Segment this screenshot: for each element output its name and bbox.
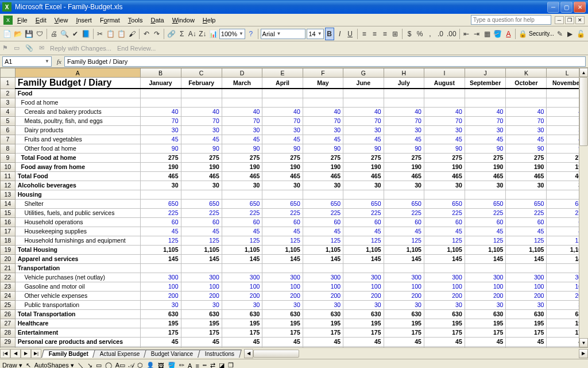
cell-E4[interactable]: 40	[262, 107, 303, 116]
cell-C22[interactable]: 300	[181, 273, 222, 282]
cell-J5[interactable]: 70	[465, 116, 506, 125]
cell-A28[interactable]: Entertainment	[15, 328, 140, 337]
cell-B13[interactable]	[140, 190, 181, 199]
cell-D24[interactable]: 200	[222, 291, 262, 300]
cell-C2[interactable]	[181, 89, 222, 98]
cell-I18[interactable]: 125	[424, 236, 465, 245]
cell-D10[interactable]: 190	[222, 162, 262, 171]
column-header-K[interactable]: K	[506, 68, 547, 78]
cell-A15[interactable]: Utilities, fuels, and public services	[15, 208, 140, 217]
cell-E13[interactable]	[262, 190, 303, 199]
cell-F23[interactable]: 100	[303, 282, 343, 291]
cell-A16[interactable]: Household operations	[15, 217, 140, 227]
cell-B24[interactable]: 200	[140, 291, 181, 300]
cell-A20[interactable]: Apparel and services	[15, 254, 140, 263]
cell-B2[interactable]	[140, 89, 181, 98]
hscroll-thumb[interactable]	[253, 350, 299, 358]
tab-next-icon[interactable]: ▶	[21, 349, 31, 358]
autosum-icon[interactable]: Σ	[177, 28, 187, 40]
cell-K26[interactable]: 630	[506, 309, 547, 319]
cell-D17[interactable]: 45	[222, 227, 262, 236]
row-header-1[interactable]: 1	[1, 78, 16, 89]
column-header-G[interactable]: G	[343, 68, 384, 78]
cell-D27[interactable]: 195	[222, 319, 262, 328]
cell-I5[interactable]: 70	[424, 116, 465, 125]
cell-G26[interactable]: 630	[343, 309, 384, 319]
cell-E26[interactable]: 630	[262, 309, 303, 319]
cell-D3[interactable]	[222, 98, 262, 107]
cell-G20[interactable]: 145	[343, 254, 384, 263]
row-header-9[interactable]: 9	[1, 153, 16, 162]
menu-insert[interactable]: Insert	[72, 16, 95, 25]
scroll-left-icon[interactable]: ◀	[244, 349, 253, 358]
cell-I17[interactable]: 45	[424, 227, 465, 236]
cell-G16[interactable]: 60	[343, 217, 384, 227]
cell-D28[interactable]: 175	[222, 328, 262, 337]
cell-C7[interactable]: 45	[181, 135, 222, 144]
cell-A6[interactable]: Dairy products	[15, 125, 140, 135]
cell-B9[interactable]: 275	[140, 153, 181, 162]
cell-J4[interactable]: 40	[465, 107, 506, 116]
cell-G21[interactable]	[343, 263, 384, 273]
cell-J20[interactable]: 145	[465, 254, 506, 263]
cell-D5[interactable]: 70	[222, 116, 262, 125]
cell-B19[interactable]: 1,105	[140, 245, 181, 254]
cell-E5[interactable]: 70	[262, 116, 303, 125]
cell-K28[interactable]: 175	[506, 328, 547, 337]
cell-G18[interactable]: 125	[343, 236, 384, 245]
close-button[interactable]: ✕	[574, 2, 586, 13]
maximize-button[interactable]: ▢	[560, 2, 572, 13]
doc-restore-button[interactable]: ❐	[565, 16, 574, 24]
cell-C25[interactable]: 30	[181, 300, 222, 309]
cell-I3[interactable]	[424, 98, 465, 107]
cell-I11[interactable]: 465	[424, 171, 465, 181]
cell-K2[interactable]	[506, 89, 547, 98]
select-objects-icon[interactable]: ↖	[26, 362, 31, 368]
increase-decimal-icon[interactable]: .0	[436, 28, 445, 40]
autoshapes-menu[interactable]: AutoShapes ▾	[34, 362, 74, 368]
sort-desc-icon[interactable]: Z↓	[198, 28, 207, 40]
cell-I19[interactable]: 1,105	[424, 245, 465, 254]
cell-B26[interactable]: 630	[140, 309, 181, 319]
cell-F29[interactable]: 45	[303, 337, 343, 346]
hyperlink-icon[interactable]: 🔗	[167, 28, 176, 40]
print-icon[interactable]: 🖨	[49, 28, 59, 40]
cell-J14[interactable]: 650	[465, 199, 506, 208]
line-color-icon[interactable]: ✏	[179, 362, 184, 368]
row-header-29[interactable]: 29	[1, 337, 16, 346]
cell-A25[interactable]: Public transportation	[15, 300, 140, 309]
cell-D30[interactable]: 10	[222, 346, 262, 347]
cell-H17[interactable]: 45	[384, 227, 424, 236]
cell-K22[interactable]: 300	[506, 273, 547, 282]
scroll-thumb[interactable]	[579, 77, 588, 146]
cell-C6[interactable]: 30	[181, 125, 222, 135]
column-header-E[interactable]: E	[262, 68, 303, 78]
select-all-corner[interactable]	[1, 68, 16, 78]
bold-icon[interactable]: B	[325, 28, 334, 40]
row-header-26[interactable]: 26	[1, 309, 16, 319]
cell-E6[interactable]: 30	[262, 125, 303, 135]
cell-E10[interactable]: 190	[262, 162, 303, 171]
font-size-combo[interactable]: 14▼	[307, 29, 323, 39]
cell-J10[interactable]: 190	[465, 162, 506, 171]
cell-B28[interactable]: 175	[140, 328, 181, 337]
row-header-25[interactable]: 25	[1, 300, 16, 309]
cell-G6[interactable]: 30	[343, 125, 384, 135]
menu-file[interactable]: File	[14, 16, 31, 25]
cell-J17[interactable]: 45	[465, 227, 506, 236]
cell-B23[interactable]: 100	[140, 282, 181, 291]
column-header-D[interactable]: D	[222, 68, 262, 78]
cell-A17[interactable]: Housekeeping supplies	[15, 227, 140, 236]
row-header-30[interactable]: 30	[1, 346, 16, 347]
cell-H9[interactable]: 275	[384, 153, 424, 162]
cell-A22[interactable]: Vehicle purchases (net outlay)	[15, 273, 140, 282]
zoom-combo[interactable]: 100%▼	[219, 29, 245, 39]
cell-H5[interactable]: 70	[384, 116, 424, 125]
cell-C21[interactable]	[181, 263, 222, 273]
cell-E27[interactable]: 195	[262, 319, 303, 328]
cell-G30[interactable]: 10	[343, 346, 384, 347]
cell-E18[interactable]: 125	[262, 236, 303, 245]
row-header-12[interactable]: 12	[1, 181, 16, 190]
research-icon[interactable]: 📘	[81, 28, 91, 40]
cell-A9[interactable]: Total Food at home	[15, 153, 140, 162]
